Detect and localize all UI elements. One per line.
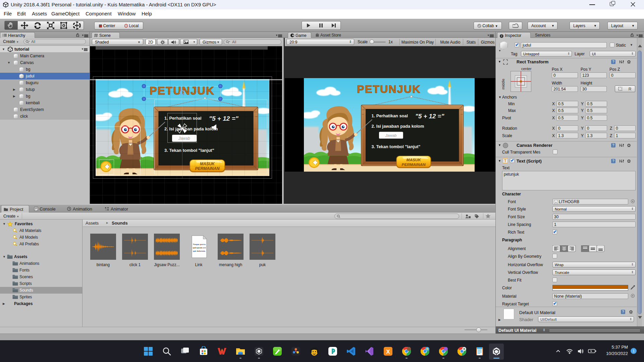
svg-text:?: ? [612,60,614,64]
svg-text:A: A [555,201,557,204]
svg-text:?: ? [612,143,614,147]
svg-text:?: ? [612,159,614,163]
svg-text:?: ? [622,310,624,314]
svg-text:X: X [386,349,390,355]
svg-text:Neque porro: Neque porro [193,243,206,246]
svg-text:qui dolorem.: qui dolorem. [193,250,206,252]
svg-text:quisquam est: quisquam est [193,246,206,249]
